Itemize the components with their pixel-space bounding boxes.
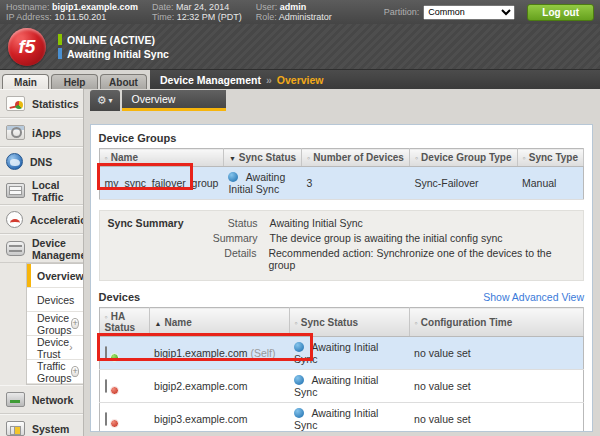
sidebar-item-statistics[interactable]: Statistics: [0, 89, 83, 118]
sidebar-item-acceleration[interactable]: Acceleration: [0, 205, 83, 234]
plus-icon[interactable]: +: [71, 366, 78, 377]
date-value: Mar 24, 2014: [176, 2, 229, 12]
self-label: (Self): [248, 347, 276, 359]
acceleration-icon: [6, 211, 23, 228]
submenu-item-label: Device Groups: [37, 312, 71, 336]
chevron-right-icon: ›: [69, 342, 72, 353]
nav-row: Main Help About Device Management » Over…: [0, 70, 600, 89]
device-name[interactable]: bigip1.example.com: [154, 347, 247, 359]
top-bar: Hostname: bigip1.example.com IP Address:…: [0, 0, 600, 24]
configuration-time-cell: no value set: [409, 403, 583, 433]
column-header-name[interactable]: Name: [149, 308, 289, 337]
sidebar-item-dns[interactable]: DNS: [0, 147, 83, 176]
devices-table: HA Status Name Sync Status Configuration…: [99, 307, 584, 432]
statistics-icon: [6, 96, 25, 111]
hostname-label: Hostname:: [6, 2, 50, 12]
online-status-text: ONLINE (ACTIVE): [67, 34, 155, 46]
number-of-devices-cell: 3: [302, 167, 410, 200]
sync-status-ball-icon: [294, 342, 304, 352]
submenu-item-traffic-groups[interactable]: Traffic Groups +: [27, 360, 83, 384]
breadcrumb-separator: »: [266, 74, 272, 86]
device-management-submenu: Overview Devices Device Groups + Device …: [26, 263, 83, 385]
breadcrumb-section[interactable]: Device Management: [160, 74, 261, 86]
submenu-item-device-trust[interactable]: Device Trust ›: [27, 336, 83, 360]
role-label: Role:: [256, 12, 277, 22]
sidebar-item-system[interactable]: System: [0, 414, 83, 436]
user-info: User: admin Role: Administrator: [256, 2, 332, 22]
device-name-cell[interactable]: bigip1.example.com (Self): [149, 337, 289, 370]
device-icon: [105, 412, 107, 426]
device-management-icon: [6, 241, 25, 256]
ha-status-cell: [99, 403, 149, 433]
sidebar-item-local-traffic[interactable]: Local Traffic: [0, 176, 83, 205]
summary-row-label: Details: [200, 247, 257, 271]
partition-select[interactable]: Common: [423, 5, 515, 20]
tab-help[interactable]: Help: [51, 74, 98, 89]
ha-status-cell: [99, 337, 149, 370]
column-header-configuration-time[interactable]: Configuration Time: [409, 308, 583, 337]
chevron-down-icon: ▾: [109, 96, 113, 105]
time-value: 12:32 PM (PDT): [177, 12, 242, 22]
date-label: Date:: [152, 2, 174, 12]
main-content: ⚙ ▾ Overview Device Groups Name Sync Sta…: [84, 89, 600, 436]
sidebar-item-network[interactable]: Network: [0, 385, 83, 414]
device-name[interactable]: bigip3.example.com: [154, 413, 247, 425]
breadcrumb-page[interactable]: Overview: [277, 74, 324, 86]
column-header-sync-type[interactable]: Sync Type: [517, 149, 583, 167]
table-row[interactable]: my_sync_failover_group Awaiting Initial …: [99, 167, 583, 200]
f5-logo[interactable]: f5: [8, 28, 46, 66]
hostname-value: bigip1.example.com: [52, 2, 138, 12]
device-sync-status-cell: Awaiting Initial Sync: [289, 370, 409, 403]
banner: f5 ONLINE (ACTIVE) Awaiting Initial Sync: [0, 24, 600, 70]
role-value: Administrator: [279, 12, 332, 22]
device-group-name[interactable]: my_sync_failover_group: [105, 177, 219, 189]
table-row[interactable]: bigip2.example.com Awaiting Initial Sync…: [99, 370, 583, 403]
device-name-cell[interactable]: bigip3.example.com: [149, 403, 289, 433]
content-tabstrip: ⚙ ▾ Overview: [84, 89, 600, 111]
device-group-sync-status-cell: Awaiting Initial Sync: [223, 167, 301, 200]
status-block: ONLINE (ACTIVE) Awaiting Initial Sync: [58, 32, 169, 62]
tab-about[interactable]: About: [100, 74, 147, 89]
plus-icon[interactable]: +: [71, 318, 78, 329]
sync-status-text: Awaiting Initial Sync: [294, 341, 378, 365]
ip-label: IP Address:: [6, 12, 52, 22]
gear-icon: ⚙: [97, 94, 107, 107]
column-header-name[interactable]: Name: [99, 149, 223, 167]
column-header-sync-status[interactable]: Sync Status: [289, 308, 409, 337]
sync-status-text: Awaiting Initial Sync: [67, 48, 169, 60]
tab-main[interactable]: Main: [2, 74, 49, 89]
column-header-device-group-type[interactable]: Device Group Type: [409, 149, 517, 167]
device-group-name-cell[interactable]: my_sync_failover_group: [99, 167, 223, 200]
sidebar-item-label: System: [32, 423, 69, 435]
device-name-cell[interactable]: bigip2.example.com: [149, 370, 289, 403]
gear-menu-button[interactable]: ⚙ ▾: [90, 90, 120, 111]
summary-row-value: Recommended action: Synchronize one of t…: [268, 247, 575, 271]
sync-status-ball-icon: [294, 375, 304, 385]
column-header-ha-status[interactable]: HA Status: [99, 308, 149, 337]
summary-row-value: Awaiting Initial Sync: [270, 217, 363, 229]
submenu-item-devices[interactable]: Devices: [27, 288, 83, 312]
devices-title: Devices: [99, 291, 484, 303]
sync-summary: Sync Summary Status Awaiting Initial Syn…: [99, 210, 584, 281]
submenu-item-label: Overview: [37, 270, 84, 282]
tab-overview[interactable]: Overview: [122, 90, 226, 111]
submenu-item-device-groups[interactable]: Device Groups +: [27, 312, 83, 336]
device-name[interactable]: bigip2.example.com: [154, 380, 247, 392]
sidebar-item-label: iApps: [32, 127, 61, 139]
submenu-item-label: Device Trust: [37, 336, 69, 360]
table-row[interactable]: bigip1.example.com (Self) Awaiting Initi…: [99, 337, 583, 370]
device-icon: [105, 346, 107, 360]
logout-button[interactable]: Log out: [527, 4, 594, 21]
ha-status-cell: [99, 370, 149, 403]
sidebar-item-device-management[interactable]: Device Management: [0, 234, 83, 263]
column-header-sync-status[interactable]: Sync Status: [223, 149, 301, 167]
table-row[interactable]: bigip3.example.com Awaiting Initial Sync…: [99, 403, 583, 433]
sync-status-ball-icon: [294, 408, 304, 418]
overview-panel: Device Groups Name Sync Status Number of…: [90, 124, 593, 432]
sidebar-item-iapps[interactable]: iApps: [0, 118, 83, 147]
iapps-icon: [6, 125, 25, 140]
host-info: Hostname: bigip1.example.com IP Address:…: [6, 2, 138, 22]
column-header-number-of-devices[interactable]: Number of Devices: [302, 149, 410, 167]
show-advanced-view-link[interactable]: Show Advanced View: [483, 291, 584, 303]
submenu-item-overview[interactable]: Overview: [27, 264, 83, 288]
